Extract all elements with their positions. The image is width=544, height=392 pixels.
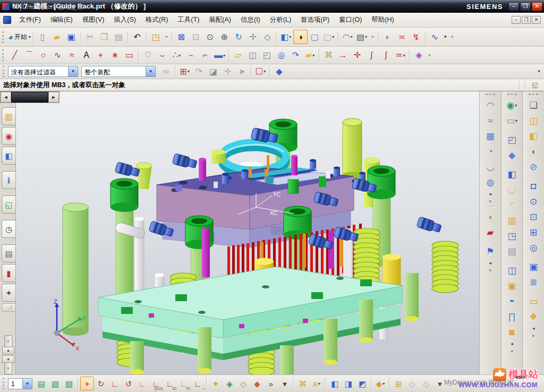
bend-icon[interactable]: ◡ bbox=[504, 182, 520, 198]
macro-tools-icon[interactable]: ⌘ bbox=[296, 377, 310, 390]
point-icon[interactable]: + bbox=[94, 48, 108, 63]
wcs-dynamics-icon[interactable]: ⌖ bbox=[80, 377, 94, 390]
redo-icon[interactable]: ↷ bbox=[192, 64, 206, 79]
fit-view-icon[interactable]: ⊠ bbox=[174, 30, 189, 44]
rebend-icon[interactable]: ◜ bbox=[504, 198, 520, 213]
overflow-down-icon[interactable]: » bbox=[508, 346, 516, 356]
offset-curve-icon[interactable]: ♡ bbox=[141, 48, 155, 63]
menu-information[interactable]: 信息(I) bbox=[236, 13, 265, 27]
start-button[interactable]: ◕开始 bbox=[7, 30, 31, 44]
rectangle-icon[interactable]: ▭ bbox=[122, 48, 137, 63]
datum-axis-icon[interactable]: ◫ bbox=[245, 48, 260, 63]
studio-spline-icon[interactable]: ≈ bbox=[65, 48, 79, 63]
rect-select-icon[interactable]: ☐ bbox=[253, 64, 268, 79]
work-layer-dropdown[interactable]: 1 bbox=[8, 378, 32, 389]
history-tab[interactable]: ◷ bbox=[2, 220, 15, 238]
wcs-yc-icon[interactable]: ∟YC bbox=[177, 377, 191, 390]
menu-assemblies[interactable]: 装配(A) bbox=[204, 13, 236, 27]
datum-csys-icon[interactable]: ◰ bbox=[260, 48, 274, 63]
geometry-flag-icon[interactable]: ⚑ bbox=[482, 244, 498, 259]
block-icon[interactable]: ◧ bbox=[504, 167, 520, 182]
internet-explorer-tab[interactable]: ℹ bbox=[2, 171, 15, 189]
menu-tools[interactable]: 工具(T) bbox=[173, 13, 204, 27]
wireframe-view-icon[interactable]: ▢ bbox=[308, 30, 322, 44]
swept-surface-icon[interactable]: ◔ bbox=[482, 144, 498, 159]
pattern-feature-icon[interactable]: ▤ bbox=[504, 244, 520, 259]
overflow-more-icon[interactable]: » bbox=[449, 31, 456, 43]
layer-category-icon[interactable]: ▨ bbox=[62, 377, 76, 390]
overflow-more-icon[interactable]: » bbox=[426, 49, 433, 61]
scroll-top-icon[interactable]: « bbox=[4, 335, 12, 347]
menu-file[interactable]: 文件(F) bbox=[14, 13, 46, 27]
flange-icon[interactable]: ▥ bbox=[504, 213, 520, 228]
wcs-cycle-icon[interactable]: ↺ bbox=[122, 377, 135, 390]
dropdown-caret-icon[interactable]: ▾ bbox=[278, 377, 292, 390]
snap-point-icon[interactable]: ⊞ bbox=[177, 64, 192, 79]
bounded-plane-icon[interactable]: ▰ bbox=[482, 225, 498, 240]
scroll-left-icon[interactable]: ◄ bbox=[1, 92, 11, 103]
menu-window[interactable]: 窗口(O) bbox=[334, 13, 367, 27]
layer-in-view-icon[interactable]: ▧ bbox=[48, 377, 62, 390]
bridge-surface-icon[interactable]: ◡ bbox=[482, 159, 498, 175]
hidden-cube-icon[interactable]: ◇ bbox=[419, 377, 433, 390]
selection-filter-dropdown[interactable]: 没有选择过滤器 bbox=[8, 66, 78, 77]
through-curves-icon[interactable]: ≈ bbox=[482, 113, 498, 129]
divide-curve-icon[interactable]: ▬ bbox=[212, 48, 227, 63]
select-arrow-icon[interactable]: ➤ bbox=[235, 64, 249, 79]
orient-view-icon[interactable]: ◧ bbox=[279, 30, 293, 44]
zoom-icon[interactable]: ⊙ bbox=[203, 30, 217, 44]
line-icon[interactable]: ╱ bbox=[7, 48, 22, 63]
menu-analysis[interactable]: 分析(L) bbox=[265, 13, 296, 27]
graphics-viewport[interactable]: XC YC Z Y X bbox=[16, 91, 479, 374]
n-sided-surface-icon[interactable]: ◍ bbox=[482, 175, 498, 190]
undo-icon[interactable]: ↶ bbox=[130, 30, 144, 44]
rotate-view-icon[interactable]: ↻ bbox=[232, 30, 246, 44]
revolve-icon[interactable]: ◆ bbox=[504, 148, 520, 163]
spline-curve-icon[interactable]: ∿ bbox=[50, 48, 65, 63]
mdi-restore-button[interactable]: ❐ bbox=[522, 16, 531, 24]
deselect-diamond-icon[interactable]: ◆ bbox=[250, 377, 264, 390]
axis-cross-icon[interactable]: ✛ bbox=[350, 48, 364, 63]
wrap-geometry-icon[interactable]: ▣ bbox=[504, 278, 520, 294]
hidden-wireframe-icon[interactable]: ▢ bbox=[322, 30, 336, 44]
assembly-navigator-tab[interactable]: ▥ bbox=[2, 107, 15, 125]
groove-icon[interactable]: ◎ bbox=[525, 240, 541, 255]
paste-icon[interactable]: ▤ bbox=[112, 30, 126, 44]
pan-icon[interactable]: ✛ bbox=[246, 30, 260, 44]
minimize-button[interactable]: – bbox=[508, 2, 519, 11]
window-style-icon[interactable]: ▤ bbox=[355, 30, 369, 44]
boss-feature-icon[interactable]: ⊙ bbox=[525, 194, 541, 209]
wcs-save-icon[interactable]: ∟▪ bbox=[191, 377, 205, 390]
menu-format[interactable]: 格式(R) bbox=[141, 13, 173, 27]
orient-new-plane-icon[interactable]: ◩ bbox=[355, 377, 369, 390]
scroll-up-icon[interactable]: ▴ bbox=[2, 346, 14, 354]
web-browser-tab[interactable]: ◱ bbox=[2, 195, 15, 214]
tangent-arrow-icon[interactable]: → bbox=[336, 48, 350, 63]
dimension-icon[interactable]: ≍ bbox=[395, 30, 409, 44]
select-diamond-icon[interactable]: ◇ bbox=[236, 377, 250, 390]
overflow-down-icon[interactable]: » bbox=[530, 330, 537, 341]
shell-icon[interactable]: ◳ bbox=[504, 228, 520, 244]
menu-view[interactable]: 视图(V) bbox=[78, 13, 109, 27]
curve-mesh-icon[interactable]: ▦ bbox=[482, 129, 498, 144]
menu-edit[interactable]: 编辑(E) bbox=[46, 13, 78, 27]
sew-icon[interactable]: ❖ bbox=[525, 309, 541, 325]
text-icon[interactable]: A bbox=[79, 48, 94, 63]
shaded-select-icon[interactable]: ◆ bbox=[272, 64, 286, 79]
trim-body-icon[interactable]: ◗ bbox=[525, 144, 541, 159]
overflow-down-icon[interactable]: » bbox=[487, 265, 494, 276]
menu-help[interactable]: 帮助(H) bbox=[367, 13, 398, 27]
assembly-sequence-icon[interactable]: ⊞ bbox=[392, 377, 405, 390]
tag-note-icon[interactable]: ◳ bbox=[149, 30, 163, 44]
dome-icon[interactable]: ◓ bbox=[504, 294, 520, 309]
cavity-icon[interactable]: ▣ bbox=[525, 259, 541, 275]
snap-midpoint-icon[interactable]: ✛ bbox=[220, 64, 235, 79]
overflow-more-icon[interactable]: » bbox=[264, 377, 278, 390]
dropdown-caret-icon[interactable] bbox=[146, 66, 155, 76]
bridge-curve-icon[interactable]: ⌣ bbox=[155, 48, 169, 63]
wcs-absolute-icon[interactable]: ∟(0,0,0) bbox=[149, 377, 163, 390]
datum-plane-icon[interactable]: ▭ bbox=[504, 113, 520, 129]
move-component-icon[interactable]: ◈ bbox=[412, 48, 426, 63]
orient-xy-plane-icon[interactable]: ◧ bbox=[328, 377, 342, 390]
dropdown-caret-icon[interactable] bbox=[22, 379, 32, 389]
